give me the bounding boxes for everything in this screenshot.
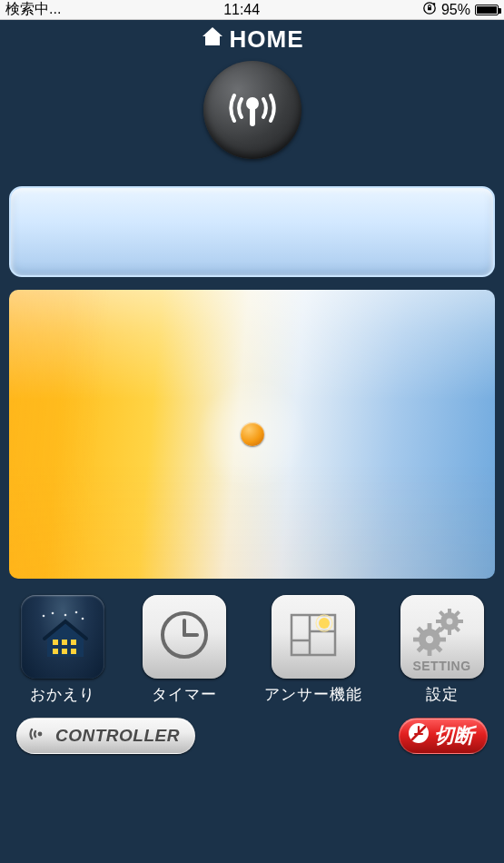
svg-rect-37 — [427, 650, 431, 656]
answer-button[interactable]: アンサー機能 — [264, 595, 362, 705]
svg-rect-13 — [62, 649, 67, 654]
svg-rect-12 — [53, 649, 58, 654]
timer-label: タイマー — [152, 684, 217, 705]
home-icon — [201, 25, 224, 54]
setting-inner-label: SETTING — [412, 659, 470, 673]
svg-rect-26 — [448, 609, 451, 613]
broadcast-button[interactable] — [203, 61, 301, 159]
status-display — [9, 186, 495, 277]
svg-point-6 — [64, 614, 66, 617]
answer-tile — [272, 595, 355, 679]
setting-button[interactable]: SETTING 設定 — [400, 595, 484, 705]
mode-button-row: おかえり タイマー — [0, 595, 504, 705]
controller-button[interactable]: CONTROLLER — [16, 718, 195, 754]
svg-rect-39 — [440, 638, 446, 642]
svg-rect-11 — [71, 640, 76, 645]
status-right: 95% — [422, 1, 499, 18]
svg-rect-3 — [250, 106, 255, 126]
svg-point-35 — [425, 636, 432, 643]
setting-tile: SETTING — [400, 595, 484, 679]
status-bar: 検索中... 11:44 95% — [0, 0, 504, 20]
clock-icon — [157, 608, 212, 666]
status-time: 11:44 — [64, 2, 419, 18]
svg-rect-9 — [53, 640, 58, 645]
disconnect-icon — [407, 721, 430, 750]
svg-rect-10 — [62, 640, 67, 645]
page-title: HOME — [230, 25, 304, 54]
svg-point-25 — [446, 619, 452, 625]
svg-rect-27 — [448, 630, 451, 635]
battery-icon — [475, 5, 499, 15]
okaeri-label: おかえり — [30, 684, 95, 705]
okaeri-tile — [21, 595, 104, 679]
bottom-controls: CONTROLLER 切断 — [0, 705, 504, 754]
floorplan-icon — [284, 606, 342, 668]
svg-point-22 — [319, 618, 330, 629]
status-searching: 検索中... — [5, 0, 61, 19]
color-temperature-pad[interactable] — [9, 290, 495, 579]
disconnect-button[interactable]: 切断 — [399, 718, 488, 754]
svg-rect-38 — [413, 638, 420, 642]
status-battery-pct: 95% — [441, 2, 470, 18]
antenna-icon — [218, 74, 287, 146]
timer-tile — [143, 595, 226, 679]
house-lights-icon — [35, 607, 91, 667]
okaeri-button[interactable]: おかえり — [21, 595, 104, 705]
svg-rect-29 — [458, 620, 463, 623]
controller-label: CONTROLLER — [55, 726, 180, 746]
svg-point-4 — [42, 615, 44, 618]
svg-point-44 — [38, 731, 43, 736]
svg-rect-14 — [71, 649, 76, 654]
signal-icon — [28, 724, 48, 749]
svg-rect-36 — [427, 623, 431, 630]
color-cursor[interactable] — [241, 422, 264, 446]
page-title-row: HOME — [0, 25, 504, 54]
svg-point-7 — [74, 611, 77, 614]
gears-icon — [410, 609, 475, 665]
answer-label: アンサー機能 — [264, 684, 362, 705]
svg-rect-28 — [436, 620, 441, 623]
disconnect-label: 切断 — [434, 722, 474, 749]
svg-point-8 — [81, 618, 84, 620]
rotation-lock-icon — [422, 1, 437, 18]
svg-rect-1 — [428, 7, 431, 10]
svg-point-5 — [51, 612, 54, 615]
setting-label: 設定 — [426, 684, 459, 705]
timer-button[interactable]: タイマー — [143, 595, 226, 705]
